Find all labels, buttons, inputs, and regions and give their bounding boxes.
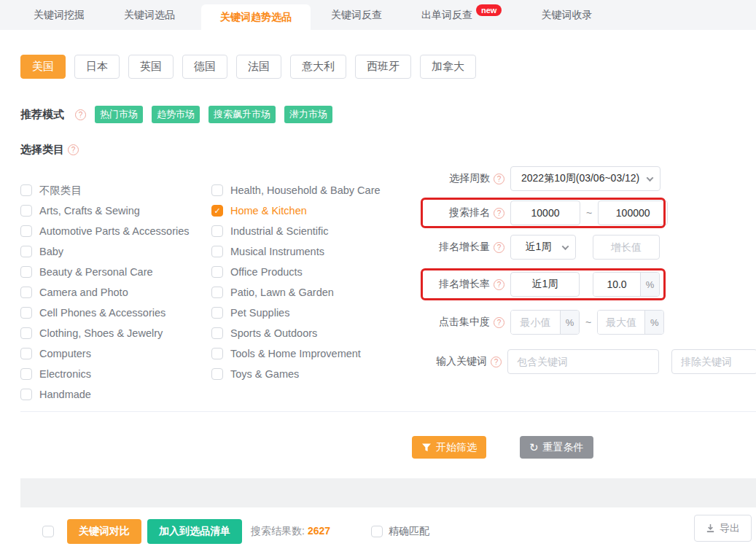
category-checkbox[interactable] [20,389,32,400]
country-button[interactable]: 美国 [20,55,66,79]
category-item[interactable]: 不限类目 [20,180,211,200]
start-filter-button[interactable]: 开始筛选 [412,436,486,459]
country-button[interactable]: 加拿大 [420,55,476,79]
category-item[interactable]: Office Products [211,262,423,282]
category-item[interactable]: Electronics [20,364,211,384]
nav-tab[interactable]: 出单词反查new [408,0,515,30]
category-checkbox[interactable] [20,225,32,237]
exact-match-checkbox[interactable] [371,526,383,537]
country-button[interactable]: 法国 [236,55,281,79]
category-checkbox[interactable] [20,266,32,278]
mode-buttons: 热门市场趋势市场搜索飙升市场潜力市场 [93,106,332,123]
category-item[interactable]: Arts, Crafts & Sewing [20,200,211,221]
category-item[interactable]: Industrial & Scientific [211,221,423,241]
click-concentration-label: 点击集中度 [439,316,490,329]
category-checkbox[interactable] [211,184,223,196]
category-label: 选择类目 [20,143,64,157]
help-icon[interactable]: ? [68,144,79,155]
mode-button[interactable]: 潜力市场 [284,106,332,123]
click-concentration-label-wrap: 点击集中度 ? [423,316,504,329]
category-item[interactable]: Sports & Outdoors [211,323,423,343]
category-checkbox[interactable] [20,246,32,257]
nav-tab[interactable]: 关键词趋势选品 [201,4,311,30]
category-item[interactable]: Pet Supplies [211,303,423,323]
help-icon[interactable]: ? [494,174,504,184]
mode-button[interactable]: 搜索飙升市场 [209,106,276,123]
category-checkbox[interactable] [211,327,223,339]
category-checkbox[interactable] [211,368,223,380]
category-item[interactable]: Computers [20,343,211,364]
export-button[interactable]: 导出 [694,515,752,542]
country-button[interactable]: 意大利 [290,55,346,79]
category-checkbox[interactable] [20,348,32,359]
exact-match-toggle[interactable]: 精确匹配 [371,525,429,538]
category-checkbox[interactable] [20,287,32,298]
concentration-max-input[interactable] [598,311,644,334]
country-button[interactable]: 西班牙 [355,55,411,79]
category-label: Electronics [39,368,91,380]
country-button[interactable]: 日本 [74,55,120,79]
category-item[interactable]: Toys & Games [211,364,423,384]
keyword-compare-button[interactable]: 关键词对比 [67,519,141,544]
category-checkbox[interactable] [20,327,32,339]
category-item[interactable]: Beauty & Personal Care [20,262,211,282]
nav-tab[interactable]: 关键词选品 [111,0,188,30]
keywords-label: 输入关键词 [436,355,487,368]
reset-conditions-button[interactable]: ↻ 重置条件 [520,436,593,459]
category-item[interactable]: Tools & Home Improvement [211,343,423,364]
exclude-keywords-input[interactable] [671,349,756,374]
category-checkbox[interactable] [211,225,223,237]
category-item[interactable]: Patio, Lawn & Garden [211,282,423,303]
growth-rate-input[interactable] [593,273,640,296]
country-selector: 美国日本英国德国法国意大利西班牙加拿大 [20,55,756,79]
result-count-text: 搜索结果数:2627 [251,525,330,538]
category-checkbox[interactable] [211,246,223,257]
category-item[interactable]: Baby [20,241,211,262]
category-checkbox[interactable] [211,287,223,298]
category-checkbox[interactable]: ✓ [211,205,223,217]
category-item[interactable]: Automotive Parts & Accessories [20,221,211,241]
category-item[interactable]: Clothing, Shoes & Jewelry [20,323,211,343]
category-item[interactable]: ✓Home & Kitchen [211,200,423,221]
help-icon[interactable]: ? [491,357,502,367]
help-icon[interactable]: ? [494,317,504,328]
nav-tab[interactable]: 关键词反查 [318,0,395,30]
add-to-list-button[interactable]: 加入到选品清单 [147,519,242,544]
search-rank-label-wrap: 搜索排名 ? [423,206,504,219]
category-checkbox[interactable] [20,368,32,380]
week-select[interactable]: 2022第10周(03/06~03/12) [510,166,660,191]
country-button[interactable]: 德国 [182,55,227,79]
select-all-checkbox[interactable] [42,526,54,537]
rank-max-input[interactable] [598,200,668,225]
concentration-min-input[interactable] [511,311,560,334]
category-checkbox[interactable] [20,184,32,196]
growth-amount-input[interactable] [593,235,660,260]
search-rank-row: 搜索排名 ? ~ [423,200,756,225]
category-item[interactable]: Cell Phones & Accessories [20,303,211,323]
category-checkbox[interactable] [20,205,32,217]
nav-tab-label: 关键词选品 [124,9,175,22]
help-icon[interactable]: ? [75,109,86,120]
category-checkbox[interactable] [20,307,32,319]
country-button[interactable]: 英国 [128,55,174,79]
category-label: Automotive Parts & Accessories [39,225,190,237]
nav-tab[interactable]: 关键词收录 [528,0,605,30]
growth-rate-period-select[interactable]: 近1周 [510,272,580,297]
category-checkbox[interactable] [211,348,223,359]
bottom-bar: 关键词对比 加入到选品清单 搜索结果数:2627 精确匹配 导出 [20,519,756,544]
help-icon[interactable]: ? [494,242,504,253]
help-icon[interactable]: ? [494,279,504,290]
mode-button[interactable]: 趋势市场 [152,106,200,123]
growth-amount-period-select[interactable]: 近1周 [510,235,576,260]
category-item[interactable]: Musical Instruments [211,241,423,262]
help-icon[interactable]: ? [494,208,504,219]
rank-min-input[interactable] [510,200,580,225]
mode-button[interactable]: 热门市场 [95,106,143,123]
category-item[interactable]: Health, Household & Baby Care [211,180,423,200]
category-item[interactable]: Camera and Photo [20,282,211,303]
category-item[interactable]: Handmade [20,384,211,405]
include-keywords-input[interactable] [507,349,659,374]
category-checkbox[interactable] [211,307,223,319]
category-checkbox[interactable] [211,266,223,278]
nav-tab[interactable]: 关键词挖掘 [20,0,98,30]
